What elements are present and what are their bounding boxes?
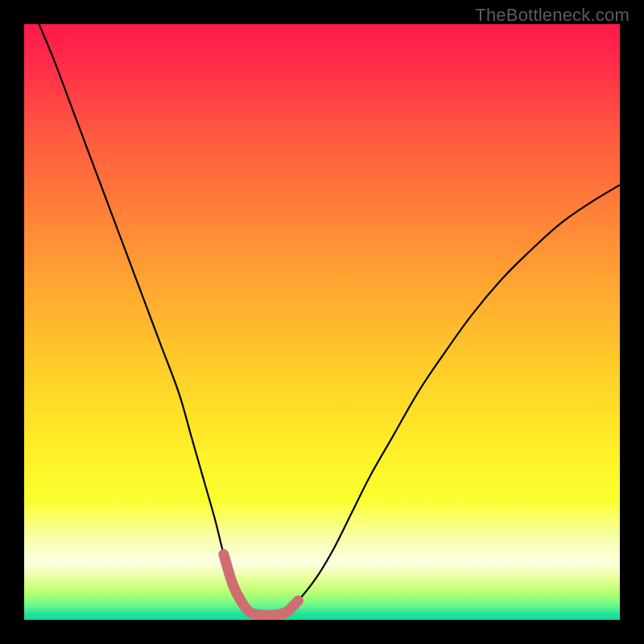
plot-area: [24, 24, 620, 620]
bottleneck-curve: [39, 24, 621, 616]
curve-layer: [24, 24, 620, 620]
bottleneck-curve-optimum-highlight: [224, 555, 299, 616]
watermark-text: TheBottleneck.com: [475, 5, 630, 26]
